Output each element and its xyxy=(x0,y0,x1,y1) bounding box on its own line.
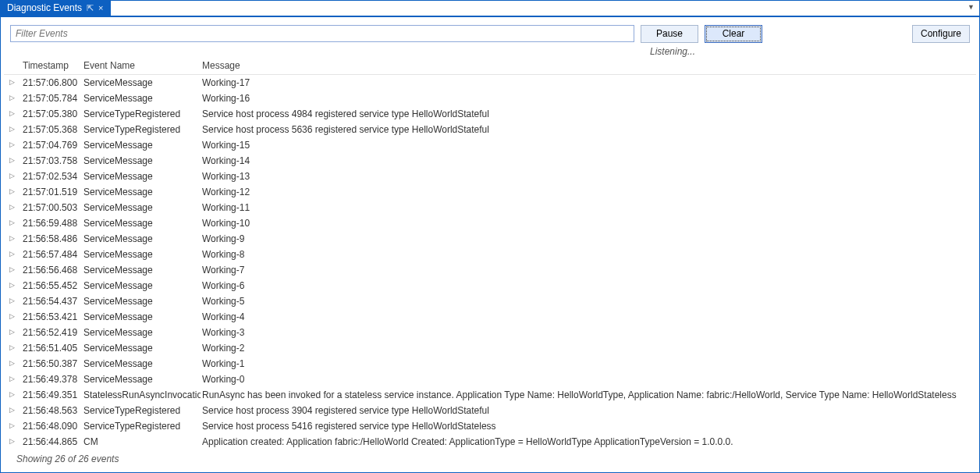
cell-timestamp: 21:57:05.784 xyxy=(21,91,82,106)
cell-event-name: ServiceTypeRegistered xyxy=(82,106,201,122)
expand-icon[interactable]: ▷ xyxy=(4,325,21,340)
table-row[interactable]: ▷21:56:44.865CMApplication created: Appl… xyxy=(4,434,976,449)
table-row[interactable]: ▷21:56:52.419ServiceMessageWorking-3 xyxy=(4,325,976,340)
expand-icon[interactable]: ▷ xyxy=(4,309,21,325)
table-row[interactable]: ▷21:57:04.769ServiceMessageWorking-15 xyxy=(4,137,976,153)
expand-icon[interactable]: ▷ xyxy=(4,293,21,309)
cell-message: Working-3 xyxy=(201,325,976,340)
menu-caret-icon[interactable]: ▼ xyxy=(968,3,975,11)
close-icon[interactable]: × xyxy=(98,3,103,12)
cell-timestamp: 21:56:50.387 xyxy=(21,356,82,372)
expand-icon[interactable]: ▷ xyxy=(4,184,21,200)
col-event-name[interactable]: Event Name xyxy=(82,57,201,75)
expand-icon[interactable]: ▷ xyxy=(4,262,21,278)
expand-icon[interactable]: ▷ xyxy=(4,356,21,372)
cell-event-name: ServiceTypeRegistered xyxy=(82,418,201,434)
cell-message: Service host process 5636 registered ser… xyxy=(201,122,976,137)
expand-icon[interactable]: ▷ xyxy=(4,418,21,434)
expand-icon[interactable]: ▷ xyxy=(4,106,21,122)
expand-icon[interactable]: ▷ xyxy=(4,74,21,91)
panel-title: Diagnostic Events xyxy=(7,2,82,13)
cell-timestamp: 21:56:53.421 xyxy=(21,309,82,325)
expand-icon[interactable]: ▷ xyxy=(4,340,21,356)
cell-message: Working-13 xyxy=(201,169,976,184)
cell-timestamp: 21:56:51.405 xyxy=(21,340,82,356)
col-message[interactable]: Message xyxy=(201,57,976,75)
clear-button[interactable]: Clear xyxy=(705,25,762,43)
table-row[interactable]: ▷21:56:49.378ServiceMessageWorking-0 xyxy=(4,372,976,387)
table-row[interactable]: ▷21:56:48.563ServiceTypeRegisteredServic… xyxy=(4,403,976,418)
table-row[interactable]: ▷21:57:05.380ServiceTypeRegisteredServic… xyxy=(4,106,976,122)
expand-icon[interactable]: ▷ xyxy=(4,247,21,262)
expand-icon[interactable]: ▷ xyxy=(4,169,21,184)
table-row[interactable]: ▷21:57:05.368ServiceTypeRegisteredServic… xyxy=(4,122,976,137)
cell-event-name: ServiceMessage xyxy=(82,137,201,153)
cell-event-name: ServiceMessage xyxy=(82,215,201,231)
cell-message: Working-4 xyxy=(201,309,976,325)
cell-event-name: ServiceMessage xyxy=(82,91,201,106)
table-row[interactable]: ▷21:57:03.758ServiceMessageWorking-14 xyxy=(4,153,976,169)
cell-timestamp: 21:57:00.503 xyxy=(21,200,82,215)
cell-message: Working-16 xyxy=(201,91,976,106)
expand-icon[interactable]: ▷ xyxy=(4,372,21,387)
expand-icon[interactable]: ▷ xyxy=(4,91,21,106)
col-timestamp[interactable]: Timestamp xyxy=(21,57,82,75)
table-row[interactable]: ▷21:57:05.784ServiceMessageWorking-16 xyxy=(4,91,976,106)
expand-icon[interactable]: ▷ xyxy=(4,278,21,293)
expand-icon[interactable]: ▷ xyxy=(4,434,21,449)
expand-icon[interactable]: ▷ xyxy=(4,231,21,247)
cell-message: Application created: Application fabric:… xyxy=(201,434,976,449)
cell-message: Working-2 xyxy=(201,340,976,356)
cell-timestamp: 21:57:05.368 xyxy=(21,122,82,137)
cell-message: Working-10 xyxy=(201,215,976,231)
table-row[interactable]: ▷21:56:53.421ServiceMessageWorking-4 xyxy=(4,309,976,325)
cell-event-name: ServiceMessage xyxy=(82,262,201,278)
expand-icon[interactable]: ▷ xyxy=(4,200,21,215)
panel-tab[interactable]: Diagnostic Events ⇱ × xyxy=(1,1,111,16)
filter-input[interactable] xyxy=(10,25,634,42)
configure-button[interactable]: Configure xyxy=(912,25,970,43)
cell-message: Working-6 xyxy=(201,278,976,293)
cell-event-name: StatelessRunAsyncInvocation xyxy=(82,387,201,403)
cell-event-name: ServiceMessage xyxy=(82,278,201,293)
table-row[interactable]: ▷21:57:01.519ServiceMessageWorking-12 xyxy=(4,184,976,200)
events-panel: Timestamp Event Name Message ▷21:57:06.8… xyxy=(1,57,979,449)
cell-timestamp: 21:56:56.468 xyxy=(21,262,82,278)
cell-event-name: ServiceMessage xyxy=(82,231,201,247)
table-row[interactable]: ▷21:56:48.090ServiceTypeRegisteredServic… xyxy=(4,418,976,434)
table-row[interactable]: ▷21:56:50.387ServiceMessageWorking-1 xyxy=(4,356,976,372)
cell-event-name: ServiceMessage xyxy=(82,356,201,372)
cell-event-name: ServiceMessage xyxy=(82,293,201,309)
table-row[interactable]: ▷21:57:00.503ServiceMessageWorking-11 xyxy=(4,200,976,215)
pause-button[interactable]: Pause xyxy=(641,25,698,43)
table-row[interactable]: ▷21:56:58.486ServiceMessageWorking-9 xyxy=(4,231,976,247)
cell-event-name: ServiceMessage xyxy=(82,372,201,387)
expand-icon[interactable]: ▷ xyxy=(4,137,21,153)
cell-timestamp: 21:56:57.484 xyxy=(21,247,82,262)
expand-icon[interactable]: ▷ xyxy=(4,122,21,137)
cell-message: Working-12 xyxy=(201,184,976,200)
cell-message: Service host process 3904 registered ser… xyxy=(201,403,976,418)
cell-message: Working-14 xyxy=(201,153,976,169)
pin-icon[interactable]: ⇱ xyxy=(87,3,94,13)
cell-message: Working-0 xyxy=(201,372,976,387)
table-row[interactable]: ▷21:56:49.351StatelessRunAsyncInvocation… xyxy=(4,387,976,403)
table-row[interactable]: ▷21:56:51.405ServiceMessageWorking-2 xyxy=(4,340,976,356)
cell-timestamp: 21:56:44.865 xyxy=(21,434,82,449)
table-row[interactable]: ▷21:56:59.488ServiceMessageWorking-10 xyxy=(4,215,976,231)
cell-message: Service host process 4984 registered ser… xyxy=(201,106,976,122)
table-row[interactable]: ▷21:56:54.437ServiceMessageWorking-5 xyxy=(4,293,976,309)
cell-timestamp: 21:56:49.378 xyxy=(21,372,82,387)
expand-icon[interactable]: ▷ xyxy=(4,215,21,231)
table-row[interactable]: ▷21:57:06.800ServiceMessageWorking-17 xyxy=(4,74,976,91)
cell-timestamp: 21:56:59.488 xyxy=(21,215,82,231)
table-row[interactable]: ▷21:56:55.452ServiceMessageWorking-6 xyxy=(4,278,976,293)
table-row[interactable]: ▷21:56:56.468ServiceMessageWorking-7 xyxy=(4,262,976,278)
expand-icon[interactable]: ▷ xyxy=(4,387,21,403)
expand-icon[interactable]: ▷ xyxy=(4,403,21,418)
table-row[interactable]: ▷21:57:02.534ServiceMessageWorking-13 xyxy=(4,169,976,184)
cell-timestamp: 21:56:52.419 xyxy=(21,325,82,340)
cell-timestamp: 21:56:48.090 xyxy=(21,418,82,434)
expand-icon[interactable]: ▷ xyxy=(4,153,21,169)
table-row[interactable]: ▷21:56:57.484ServiceMessageWorking-8 xyxy=(4,247,976,262)
